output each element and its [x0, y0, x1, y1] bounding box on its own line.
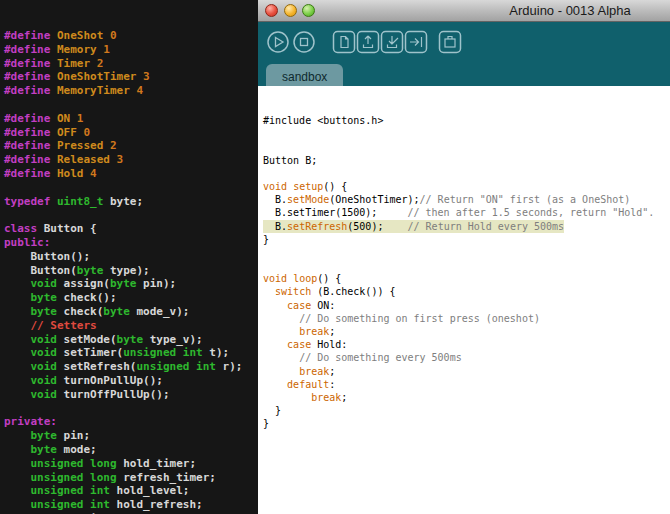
- arduino-window: Arduino - 0013 Alpha: [258, 0, 670, 514]
- code-line: }: [263, 417, 269, 430]
- code-line: byte pin;: [4, 429, 258, 443]
- code-line: [4, 181, 258, 195]
- code-line: // Do something every 500ms: [263, 351, 462, 364]
- toolbar: [258, 22, 670, 62]
- code-line: unsigned int hold_refresh;: [4, 498, 258, 512]
- code-line: // Do something on first press (oneshot): [263, 312, 540, 325]
- code-line: void setMode(byte type_v);: [4, 333, 258, 347]
- code-line: }: [263, 404, 281, 417]
- code-line: private:: [4, 415, 258, 429]
- open-button[interactable]: [356, 30, 380, 54]
- code-line: void turnOnPullUp();: [4, 374, 258, 388]
- code-line: case ON:: [263, 299, 335, 312]
- stop-button[interactable]: [292, 30, 316, 54]
- code-line: #define Hold 4: [4, 167, 258, 181]
- code-line: Button();: [4, 250, 258, 264]
- sketch-editor[interactable]: #include <buttons.h>Button B;void setup(…: [258, 86, 670, 514]
- save-down-arrow-icon: [380, 30, 404, 54]
- code-line: void setup() {: [263, 180, 347, 193]
- code-line: byte mode;: [4, 443, 258, 457]
- code-line: [263, 259, 264, 272]
- code-line: unsigned int hold_level;: [4, 484, 258, 498]
- code-line: #define MemoryTimer 4: [4, 84, 258, 98]
- code-line: case Hold:: [263, 338, 347, 351]
- code-line: byte check(byte mode_v);: [4, 305, 258, 319]
- titlebar[interactable]: Arduino - 0013 Alpha: [258, 0, 670, 22]
- code-line: #define ON 1: [4, 112, 258, 126]
- code-line: void assign(byte pin);: [4, 277, 258, 291]
- code-line: #define Memory 1: [4, 43, 258, 57]
- code-line: [263, 140, 264, 153]
- save-button[interactable]: [380, 30, 404, 54]
- code-line: public:: [4, 236, 258, 250]
- code-line: Button B;: [263, 154, 317, 167]
- code-line: B.setMode(OneShotTimer);// Return "ON" f…: [263, 193, 630, 206]
- code-line: #define Timer 2: [4, 57, 258, 71]
- code-line: byte check();: [4, 291, 258, 305]
- code-line: break;: [263, 365, 335, 378]
- code-line: [263, 167, 264, 180]
- code-line: unsigned long refresh_timer;: [4, 471, 258, 485]
- code-line: void turnOffPullUp();: [4, 388, 258, 402]
- code-line: [4, 98, 258, 112]
- code-line: [263, 127, 264, 140]
- window-title: Arduino - 0013 Alpha: [509, 3, 630, 18]
- tab-sandbox[interactable]: sandbox: [266, 64, 343, 86]
- code-line: B.setTimer(1500); // then after 1.5 seco…: [263, 206, 654, 219]
- code-line: #define Released 3: [4, 153, 258, 167]
- code-line: unsigned long hold_timer;: [4, 457, 258, 471]
- code-line: switch (B.check()) {: [263, 285, 395, 298]
- play-icon: [266, 30, 290, 54]
- code-line: #define Pressed 2: [4, 139, 258, 153]
- code-line: break;: [263, 325, 335, 338]
- close-button[interactable]: [265, 4, 278, 17]
- code-line: default:: [263, 378, 335, 391]
- zoom-button[interactable]: [302, 4, 315, 17]
- code-line: #define OneShot 0: [4, 29, 258, 43]
- upload-button[interactable]: [404, 30, 428, 54]
- tab-bar: sandbox: [258, 62, 670, 86]
- code-line: void setTimer(unsigned int t);: [4, 346, 258, 360]
- code-line: void loop() {: [263, 272, 341, 285]
- code-line: class Button {: [4, 222, 258, 236]
- code-line: void setRefresh(unsigned int r);: [4, 360, 258, 374]
- code-line: }: [263, 233, 269, 246]
- new-sketch-button[interactable]: [332, 30, 356, 54]
- stop-icon: [292, 30, 316, 54]
- new-document-icon: [332, 30, 356, 54]
- code-line: [263, 246, 264, 259]
- highlighted-code-line: B.setRefresh(500); // Return Hold every …: [263, 220, 564, 233]
- sketch-code: #include <buttons.h>Button B;void setup(…: [263, 114, 670, 431]
- left-editor-code: #define OneShot 0#define Memory 1#define…: [4, 29, 258, 514]
- minimize-button[interactable]: [284, 4, 297, 17]
- upload-right-arrow-icon: [404, 30, 428, 54]
- code-line: #define OneShotTimer 3: [4, 70, 258, 84]
- serial-monitor-icon: [438, 30, 462, 54]
- code-line: #define OFF 0: [4, 126, 258, 140]
- serial-monitor-button[interactable]: [438, 30, 462, 54]
- code-line: // Setters: [4, 319, 258, 333]
- code-line: #include <buttons.h>: [263, 114, 383, 127]
- code-line: typedef uint8_t byte;: [4, 195, 258, 209]
- code-line: [4, 402, 258, 416]
- code-line: [4, 208, 258, 222]
- header-file-editor[interactable]: #define OneShot 0#define Memory 1#define…: [0, 0, 258, 514]
- open-up-arrow-icon: [356, 30, 380, 54]
- code-line: Button(byte type);: [4, 264, 258, 278]
- code-line: break;: [263, 391, 347, 404]
- verify-button[interactable]: [266, 30, 290, 54]
